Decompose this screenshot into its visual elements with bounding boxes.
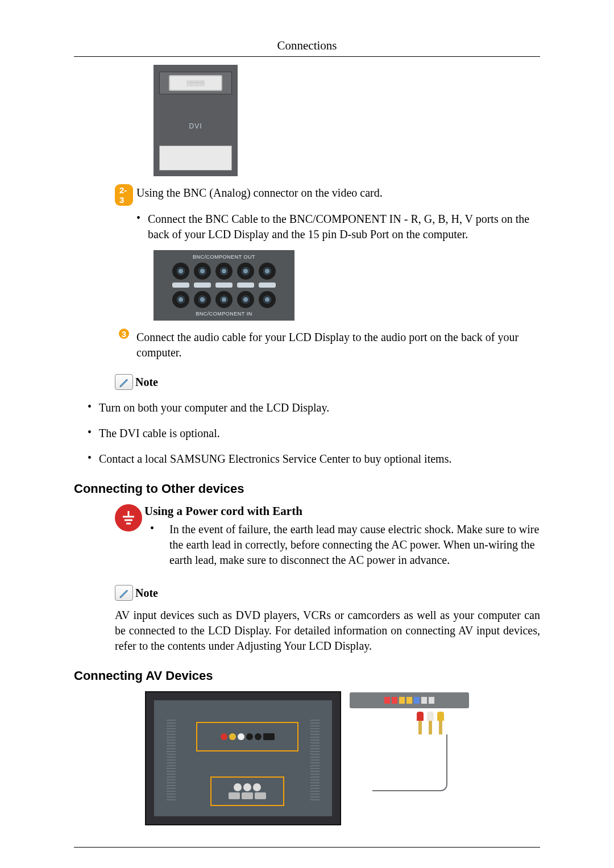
bnc-tag [259, 283, 276, 288]
rca-plug-white-icon [427, 712, 434, 734]
vcr-port-icon [414, 697, 420, 704]
mini-port-icon [221, 733, 227, 740]
bnc-tag [194, 283, 211, 288]
bnc-port-icon [259, 263, 276, 280]
step-marker-3: 3 [119, 329, 129, 339]
bnc-port-icon [172, 291, 189, 308]
bnc-port-icon [194, 263, 211, 280]
bnc-out-label: BNC/COMPONENT OUT [193, 254, 255, 260]
note-2-header: Note [115, 585, 540, 601]
bnc-tag [172, 283, 189, 288]
mini-port-icon [238, 733, 244, 740]
figure-av-devices [74, 691, 540, 828]
bnc-port-icon [172, 263, 189, 280]
figure-bnc-ports: BNC/COMPONENT OUT BNC/COMPONENT IN [154, 250, 294, 321]
step-2-3-row: 2-3 Using the BNC (Analog) connector on … [115, 184, 540, 206]
note-2-text: AV input devices such as DVD players, VC… [74, 608, 540, 654]
step-2-3-bullet-text: Connect the BNC Cable to the BNC/COMPONE… [148, 211, 540, 242]
note-1-label: Note [135, 376, 158, 389]
vcr-port-icon [406, 697, 412, 704]
mini-port-icon [255, 792, 266, 799]
ground-icon [115, 504, 142, 531]
note-icon [115, 374, 133, 390]
cable-wire-icon [372, 734, 447, 791]
bnc-tag [237, 283, 254, 288]
dvi-port-label: DVI [154, 122, 238, 130]
heading-connecting-other: Connecting to Other devices [74, 481, 540, 496]
bnc-tags [172, 283, 276, 288]
mini-port-icon [263, 733, 275, 740]
bnc-port-icon [259, 291, 276, 308]
mini-port-icon [229, 792, 240, 799]
mini-port-icon [234, 783, 242, 791]
note-1-item-0: Turn on both your computer and the LCD D… [99, 400, 540, 416]
note-1-item-1: The DVI cable is optional. [99, 426, 540, 441]
dvi-port-icon: ░░░░░ [169, 75, 222, 91]
mini-port-icon [246, 733, 253, 740]
page-header-title: Connections [74, 39, 540, 56]
rca-plug-yellow-icon [437, 712, 444, 734]
vcr-port-icon [392, 697, 397, 704]
footer-rule [74, 847, 540, 848]
bnc-out-row [172, 263, 276, 280]
rca-cable-icon [417, 712, 444, 734]
port-panel-highlight-bottom [210, 776, 284, 806]
step-3-row: 3 Connect the audio cable for your LCD D… [115, 329, 540, 360]
mini-port-icon [243, 783, 251, 791]
step-marker-2-3: 2-3 [115, 184, 133, 206]
mini-port-icon [242, 792, 253, 799]
port-panel-highlight-top [196, 722, 298, 751]
vent-icon [310, 720, 320, 800]
heading-connecting-av: Connecting AV Devices [74, 668, 540, 683]
rca-plug-red-icon [417, 712, 424, 734]
mini-port-icon [229, 733, 236, 740]
figure-dvi-port: ░░░░░ DVI [154, 65, 238, 176]
step-2-3-bullets: • Connect the BNC Cable to the BNC/COMPO… [74, 211, 540, 242]
note-icon [115, 585, 133, 601]
bnc-port-icon [237, 263, 254, 280]
step-2-3-text: Using the BNC (Analog) connector on the … [136, 184, 540, 201]
mini-port-icon [253, 783, 261, 791]
mini-port-icon [255, 733, 262, 740]
dvi-cable-icon [159, 146, 232, 171]
bullet-dot: • [136, 211, 148, 242]
note-1-list: •Turn on both your computer and the LCD … [74, 400, 540, 467]
header-rule [74, 56, 540, 57]
ground-warning-row: Using a Power cord with Earth • In the e… [115, 504, 540, 571]
note-2-label: Note [135, 587, 158, 600]
bnc-in-label: BNC/COMPONENT IN [196, 311, 252, 317]
vcr-port-icon [399, 697, 405, 704]
vcr-port-icon [421, 697, 427, 704]
vent-icon [167, 720, 176, 800]
vcr-port-icon [384, 697, 390, 704]
step-3-text: Connect the audio cable for your LCD Dis… [136, 329, 540, 360]
dvi-port-box: ░░░░░ [159, 72, 232, 94]
note-1-item-2: Contact a local SAMSUNG Electronics Serv… [99, 451, 540, 467]
bnc-port-icon [237, 291, 254, 308]
tv-back-icon [145, 691, 341, 825]
bnc-port-icon [194, 291, 211, 308]
page: Connections ░░░░░ DVI 2-3 Using the BNC … [0, 0, 614, 868]
bnc-in-row [172, 291, 276, 308]
vcr-back-icon [350, 692, 469, 708]
bnc-port-icon [215, 263, 233, 280]
bnc-tag [215, 283, 233, 288]
vcr-port-icon [429, 697, 434, 704]
ground-bullet-text: In the event of failure, the earth lead … [169, 522, 540, 568]
ground-body: Using a Power cord with Earth • In the e… [142, 504, 540, 571]
bnc-port-icon [215, 291, 233, 308]
subheading-power-cord-earth: Using a Power cord with Earth [144, 504, 540, 518]
note-1-header: Note [115, 374, 540, 390]
